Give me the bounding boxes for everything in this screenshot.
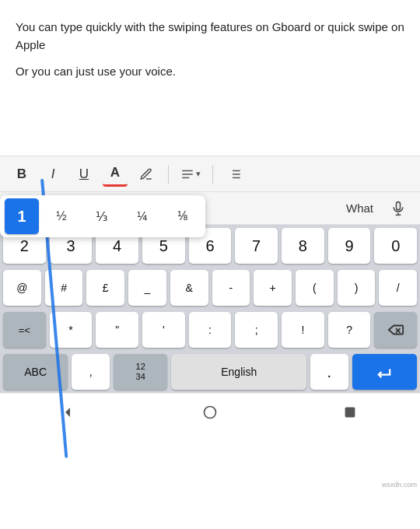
svg-point-15 — [205, 406, 216, 418]
key-plus[interactable]: + — [254, 270, 292, 306]
number-row-wrapper: 1 ½ ⅓ ¼ ⅛ 2 3 4 5 6 7 8 9 0 — [0, 225, 420, 267]
abc-button[interactable]: ABC — [3, 354, 68, 390]
key-pound[interactable]: £ — [86, 270, 124, 306]
suggestion-word[interactable]: What — [340, 198, 380, 218]
comma-key[interactable]: , — [72, 354, 110, 390]
key-7[interactable]: 7 — [235, 228, 278, 264]
backspace-button[interactable] — [374, 312, 417, 348]
frac-eighth[interactable]: ⅛ — [165, 202, 201, 230]
key-9[interactable]: 9 — [328, 228, 371, 264]
key-question[interactable]: ? — [328, 312, 371, 348]
symbols-row-2: =< * " ' : ; ! ? — [0, 309, 420, 351]
symbols-row-1: @ # £ _ & - + ( ) / — [0, 267, 420, 309]
frac-third[interactable]: ⅓ — [84, 202, 120, 230]
key-minus[interactable]: - — [212, 270, 250, 306]
mic-button[interactable] — [386, 196, 411, 221]
recents-nav-button[interactable] — [334, 397, 366, 428]
paragraph-1: You can type quickly with the swiping fe… — [16, 19, 404, 54]
text-area: You can type quickly with the swiping fe… — [0, 0, 420, 156]
key-symbols-more[interactable]: =< — [3, 312, 46, 348]
enter-button[interactable] — [352, 354, 417, 390]
key-underscore[interactable]: _ — [128, 270, 166, 306]
back-nav-button[interactable] — [54, 397, 86, 428]
bottom-row: ABC , 1234 English . — [0, 351, 420, 393]
pencil-button[interactable] — [134, 162, 159, 187]
key-single-quote[interactable]: ' — [142, 312, 185, 348]
numbers-key[interactable]: 1234 — [114, 354, 167, 390]
format-toolbar: B I U A ▾ — [0, 156, 420, 192]
key-0[interactable]: 0 — [374, 228, 417, 264]
list-button[interactable] — [222, 162, 247, 187]
fraction-popup: 1 ½ ⅓ ¼ ⅛ — [0, 195, 205, 237]
home-nav-button[interactable] — [194, 397, 226, 428]
toolbar-separator — [168, 165, 169, 184]
key-close-paren[interactable]: ) — [338, 270, 376, 306]
frac-half[interactable]: ½ — [44, 202, 79, 230]
frac-quarter[interactable]: ¼ — [124, 202, 160, 230]
key-slash[interactable]: / — [379, 270, 417, 306]
dot-key[interactable]: . — [310, 354, 348, 390]
key-semicolon[interactable]: ; — [235, 312, 278, 348]
paragraph-2: Or you can just use your voice. — [16, 63, 404, 81]
svg-marker-14 — [65, 408, 70, 417]
key-open-paren[interactable]: ( — [296, 270, 334, 306]
keyboard: What 1 ½ ⅓ ¼ ⅛ 2 3 4 5 6 7 8 — [0, 192, 420, 393]
key-1[interactable]: 1 — [5, 198, 39, 234]
toolbar-separator-2 — [212, 165, 213, 184]
bold-button[interactable]: B — [9, 162, 34, 187]
underline-button[interactable]: U — [72, 162, 96, 187]
color-button[interactable]: A — [103, 162, 128, 187]
key-exclaim[interactable]: ! — [282, 312, 324, 348]
watermark: wsxdn.com — [382, 481, 417, 489]
italic-button[interactable]: I — [40, 162, 65, 187]
key-at[interactable]: @ — [3, 270, 41, 306]
key-double-quote[interactable]: " — [96, 312, 138, 348]
svg-rect-9 — [397, 201, 401, 209]
key-asterisk[interactable]: * — [50, 312, 93, 348]
language-key[interactable]: English — [171, 354, 306, 390]
key-ampersand[interactable]: & — [170, 270, 208, 306]
key-colon[interactable]: : — [189, 312, 232, 348]
svg-rect-16 — [345, 407, 355, 417]
align-button[interactable]: ▾ — [178, 162, 203, 187]
key-8[interactable]: 8 — [282, 228, 324, 264]
key-hash[interactable]: # — [45, 270, 83, 306]
nav-bar — [0, 393, 420, 430]
